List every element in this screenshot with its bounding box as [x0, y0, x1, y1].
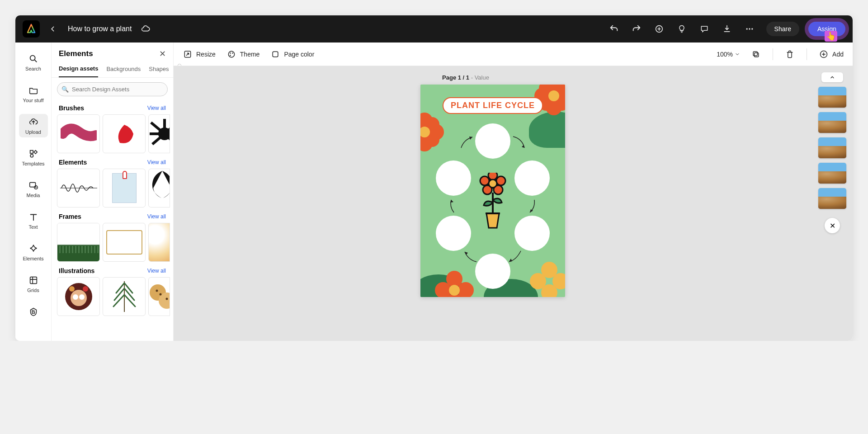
- redo-button[interactable]: [628, 20, 645, 38]
- back-button[interactable]: [45, 23, 61, 35]
- flower-decoration: [420, 112, 445, 152]
- tab-design-assets[interactable]: Design assets: [59, 62, 98, 77]
- cycle-slot[interactable]: [436, 216, 471, 251]
- canvas-area[interactable]: Page 1 / 1 - Value PLANT LIFE CYCLE: [174, 66, 853, 341]
- templates-icon: [28, 148, 39, 159]
- strip-close-button[interactable]: ✕: [825, 218, 840, 233]
- svg-point-25: [232, 52, 233, 54]
- hint-icon[interactable]: [673, 20, 690, 38]
- document-title[interactable]: How to grow a plant: [68, 25, 132, 33]
- trash-icon: [785, 49, 795, 59]
- arrow-icon: [462, 248, 480, 266]
- search-icon: [28, 53, 39, 64]
- element-thumb[interactable]: [148, 169, 170, 208]
- arrow-icon: [506, 248, 524, 266]
- page-thumbnail[interactable]: [818, 87, 846, 108]
- chevron-up-icon: [830, 75, 835, 80]
- copy-icon: [751, 49, 761, 59]
- app-logo[interactable]: [23, 20, 40, 38]
- assign-button[interactable]: Assign 👆: [808, 22, 845, 36]
- frame-thumb[interactable]: [57, 223, 100, 262]
- pagecolor-tool[interactable]: Page color: [270, 49, 314, 59]
- cycle-slot[interactable]: [475, 254, 510, 289]
- plus-circle-icon: [819, 49, 829, 59]
- illustration-thumb[interactable]: [103, 277, 146, 316]
- elements-icon: [28, 243, 39, 254]
- brush-thumb[interactable]: [148, 114, 170, 153]
- cycle-slot[interactable]: [475, 123, 510, 159]
- illustrations-title: Illustrations: [59, 267, 94, 274]
- panel-tabs: Design assets Backgrounds Shapes: [52, 62, 173, 78]
- page-thumbnail[interactable]: [818, 163, 846, 184]
- svg-point-63: [480, 176, 489, 185]
- element-thumb[interactable]: [103, 169, 146, 208]
- sparkle-icon[interactable]: [651, 20, 668, 38]
- page-thumbnail[interactable]: [818, 188, 846, 209]
- page-strip: ✕: [812, 66, 853, 341]
- frame-thumb[interactable]: [148, 223, 170, 262]
- nav-elements[interactable]: Elements: [19, 241, 48, 264]
- nav-search[interactable]: Search: [19, 51, 48, 74]
- arrow-icon: [458, 134, 476, 152]
- nav-templates[interactable]: Templates: [19, 146, 48, 169]
- frame-thumb[interactable]: [103, 223, 146, 262]
- more-icon[interactable]: [741, 20, 758, 38]
- svg-rect-9: [30, 277, 37, 284]
- close-panel-button[interactable]: ✕: [159, 49, 166, 59]
- nav-text[interactable]: Text: [19, 209, 48, 232]
- tab-backgrounds[interactable]: Backgrounds: [106, 63, 141, 77]
- delete-page-button[interactable]: [785, 49, 795, 59]
- nav-media[interactable]: Media: [19, 177, 48, 201]
- artboard[interactable]: PLANT LIFE CYCLE: [420, 85, 565, 297]
- svg-point-6: [30, 154, 33, 157]
- illustration-thumb[interactable]: [57, 277, 100, 316]
- section-frames: Frames View all: [57, 212, 168, 262]
- cycle-slot[interactable]: [436, 160, 471, 196]
- add-page-button[interactable]: Add: [819, 49, 844, 59]
- brushes-viewall[interactable]: View all: [147, 105, 166, 111]
- svg-point-15: [69, 286, 75, 292]
- elements-viewall[interactable]: View all: [147, 159, 166, 165]
- strip-collapse-button[interactable]: [821, 72, 843, 82]
- illustrations-viewall[interactable]: View all: [147, 268, 166, 274]
- svg-rect-29: [753, 52, 757, 56]
- zoom-dropdown[interactable]: 100%: [717, 51, 740, 58]
- cycle-slot[interactable]: [514, 160, 550, 196]
- svg-point-21: [166, 298, 168, 300]
- brush-thumb[interactable]: [57, 114, 100, 153]
- illustration-thumb[interactable]: [148, 277, 170, 316]
- svg-point-19: [156, 290, 158, 292]
- svg-point-20: [160, 293, 162, 296]
- undo-button[interactable]: [605, 20, 623, 38]
- search-icon: 🔍: [61, 86, 69, 93]
- brush-thumb[interactable]: [103, 114, 146, 153]
- left-nav: Search Your stuff Upload Templates Media…: [15, 42, 52, 341]
- grids-icon: [28, 275, 39, 286]
- tab-shapes[interactable]: Shapes: [149, 63, 169, 77]
- download-icon[interactable]: [718, 20, 736, 38]
- svg-point-1: [746, 28, 747, 29]
- page-thumbnail[interactable]: [818, 112, 846, 133]
- cycle-slot[interactable]: [514, 216, 550, 251]
- cloud-sync-icon[interactable]: [141, 24, 151, 34]
- nav-grids[interactable]: Grids: [19, 272, 48, 296]
- share-button[interactable]: Share: [766, 22, 799, 36]
- frames-viewall[interactable]: View all: [147, 213, 166, 220]
- nav-your-stuff[interactable]: Your stuff: [19, 82, 48, 106]
- duplicate-page-button[interactable]: [751, 49, 761, 59]
- resize-tool[interactable]: Resize: [183, 49, 216, 59]
- elements-title: Elements: [59, 159, 87, 166]
- canvas-column: Resize Theme Page color 100%: [174, 42, 853, 341]
- nav-brands[interactable]: [19, 304, 48, 320]
- theme-tool[interactable]: Theme: [226, 49, 260, 59]
- app-body: Search Your stuff Upload Templates Media…: [15, 42, 853, 341]
- comment-icon[interactable]: [696, 20, 713, 38]
- frames-title: Frames: [59, 213, 81, 220]
- nav-upload[interactable]: Upload: [19, 114, 48, 137]
- svg-point-26: [230, 55, 231, 56]
- page-thumbnail[interactable]: [818, 137, 846, 158]
- element-thumb[interactable]: [57, 169, 100, 208]
- chevron-down-icon: [735, 52, 740, 57]
- svg-point-53: [449, 285, 460, 296]
- search-design-assets-input[interactable]: [57, 82, 168, 96]
